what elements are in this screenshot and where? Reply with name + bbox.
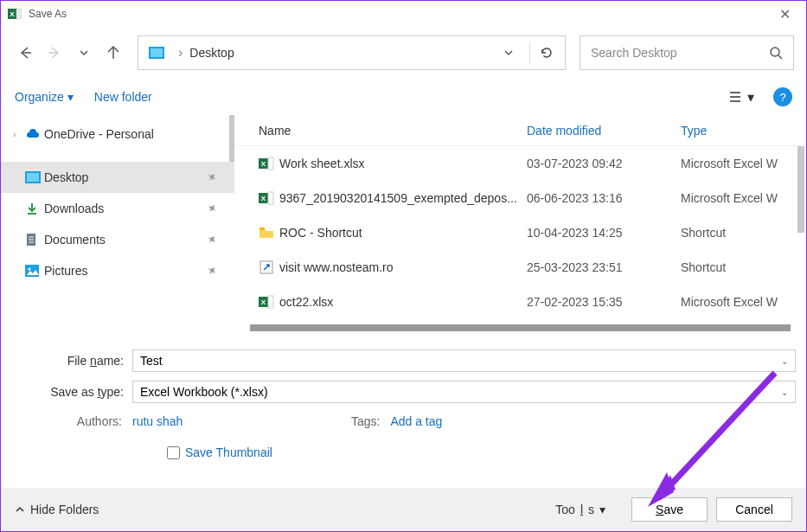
tree-label: Pictures	[44, 264, 88, 278]
horizontal-scrollbar[interactable]	[250, 324, 791, 331]
file-date: 03-07-2023 09:42	[527, 157, 681, 170]
tree-item-onedrive[interactable]: › OneDrive - Personal	[1, 119, 234, 150]
titlebar: X Save As ✕	[1, 1, 806, 27]
refresh-button[interactable]	[539, 45, 554, 61]
hide-folders-button[interactable]: Hide Folders	[15, 503, 99, 516]
list-view-icon	[728, 91, 744, 103]
svg-rect-13	[268, 157, 273, 170]
file-icon: X	[259, 156, 279, 171]
cancel-button[interactable]: Cancel	[716, 497, 792, 522]
authors-label: Authors:	[11, 414, 132, 428]
search-input[interactable]	[591, 46, 769, 60]
column-headers: Name Date modified Type	[234, 115, 806, 146]
file-type: Microsoft Excel W	[681, 191, 806, 205]
column-name[interactable]: Name	[259, 124, 527, 138]
tree-label: Documents	[44, 233, 106, 247]
save-button[interactable]: Save	[631, 497, 708, 522]
new-folder-button[interactable]: New folder	[94, 90, 152, 104]
save-form: File name: ⌄ Save as type: Excel Workboo…	[1, 331, 806, 459]
file-date: 06-06-2023 13:16	[527, 191, 681, 205]
svg-point-10	[29, 268, 31, 271]
chevron-down-icon: ▾	[67, 90, 74, 104]
filename-label: File name:	[11, 354, 132, 368]
chevron-down-icon[interactable]: ⌄	[781, 356, 788, 366]
filetype-field[interactable]: Excel Workbook (*.xlsx) ⌄	[132, 381, 796, 403]
file-row[interactable]: Xoct22.xlsx27-02-2023 15:35Microsoft Exc…	[234, 285, 806, 319]
pin-icon	[207, 234, 217, 245]
tags-label: Tags:	[338, 414, 390, 428]
back-button[interactable]	[13, 37, 37, 68]
nav-row: › Desktop	[1, 27, 806, 79]
chevron-down-icon[interactable]: ⌄	[781, 388, 788, 397]
svg-rect-7	[27, 173, 39, 182]
organize-menu[interactable]: Organize▾	[15, 90, 74, 104]
column-type[interactable]: Type	[681, 124, 806, 138]
file-icon: X	[259, 190, 279, 206]
file-name: oct22.xlsx	[279, 295, 527, 309]
file-name: ROC - Shortcut	[279, 226, 527, 240]
breadcrumb-separator-icon: ›	[178, 45, 183, 61]
document-icon	[25, 233, 44, 247]
tree-label: Desktop	[44, 170, 88, 184]
file-name: Work sheet.xlsx	[279, 157, 527, 170]
tags-value[interactable]: Add a tag	[390, 414, 442, 428]
svg-rect-17	[259, 228, 265, 230]
search-icon[interactable]	[769, 46, 783, 60]
file-row[interactable]: XWork sheet.xlsx03-07-2023 09:42Microsof…	[234, 146, 806, 181]
up-button[interactable]	[101, 37, 125, 68]
chevron-down-icon: ▾	[747, 89, 754, 106]
save-thumbnail-label[interactable]: Save Thumbnail	[185, 445, 272, 459]
file-row[interactable]: X9367_20190320141509_exempted_depos...06…	[234, 181, 806, 215]
column-date[interactable]: Date modified	[527, 124, 681, 138]
file-type: Shortcut	[681, 260, 806, 274]
pictures-icon	[25, 265, 44, 277]
svg-rect-4	[151, 48, 163, 57]
tree-item-pictures[interactable]: Pictures	[1, 255, 234, 286]
tree-item-desktop[interactable]: Desktop	[1, 162, 234, 193]
excel-app-icon: X	[8, 7, 22, 21]
file-scrollbar[interactable]	[797, 146, 804, 233]
filetype-value: Excel Workbook (*.xlsx)	[140, 385, 268, 399]
browse-area: › OneDrive - Personal Desktop Downloads …	[1, 115, 806, 331]
svg-text:X: X	[10, 10, 15, 18]
save-thumbnail-checkbox[interactable]	[167, 446, 180, 459]
address-dropdown[interactable]	[496, 48, 521, 58]
expand-icon[interactable]: ›	[13, 130, 25, 139]
search-bar[interactable]	[580, 35, 794, 70]
view-options-button[interactable]: ▾	[725, 89, 758, 106]
file-type: Microsoft Excel W	[681, 157, 806, 170]
file-row[interactable]: visit www.nosteam.ro25-03-2023 23:51Shor…	[234, 250, 806, 285]
filetype-label: Save as type:	[11, 385, 132, 399]
file-type: Microsoft Excel W	[681, 295, 806, 309]
tree-label: OneDrive - Personal	[44, 127, 154, 141]
bottom-bar: Hide Folders Tools ▾ Save Cancel	[1, 488, 806, 531]
history-dropdown[interactable]	[72, 37, 96, 68]
chevron-up-icon	[15, 504, 25, 515]
toolbar: Organize▾ New folder ▾ ?	[1, 79, 806, 115]
breadcrumb-location[interactable]: Desktop	[189, 46, 234, 60]
tree-item-documents[interactable]: Documents	[1, 224, 234, 255]
filename-input[interactable]	[140, 354, 781, 368]
svg-rect-21	[268, 296, 273, 308]
close-button[interactable]: ✕	[771, 6, 799, 22]
pin-icon	[207, 203, 217, 214]
file-list: Name Date modified Type XWork sheet.xlsx…	[234, 115, 806, 331]
tools-menu[interactable]: Tools ▾	[555, 503, 605, 516]
file-date: 25-03-2023 23:51	[527, 260, 681, 274]
address-bar[interactable]: › Desktop	[138, 35, 566, 70]
file-date: 10-04-2023 14:25	[527, 226, 681, 240]
svg-rect-16	[268, 192, 273, 204]
cloud-icon	[25, 129, 44, 139]
authors-value[interactable]: rutu shah	[132, 414, 183, 428]
filename-field[interactable]: ⌄	[132, 349, 796, 372]
tree-item-downloads[interactable]: Downloads	[1, 193, 234, 224]
navigation-tree: › OneDrive - Personal Desktop Downloads …	[1, 115, 234, 331]
tree-label: Downloads	[44, 202, 104, 215]
file-date: 27-02-2023 15:35	[527, 295, 681, 309]
help-button[interactable]: ?	[773, 87, 792, 106]
file-type: Shortcut	[681, 226, 806, 240]
file-icon: X	[259, 294, 279, 310]
file-row[interactable]: ROC - Shortcut10-04-2023 14:25Shortcut	[234, 215, 806, 250]
forward-button[interactable]	[42, 37, 67, 68]
file-icon	[259, 260, 279, 275]
